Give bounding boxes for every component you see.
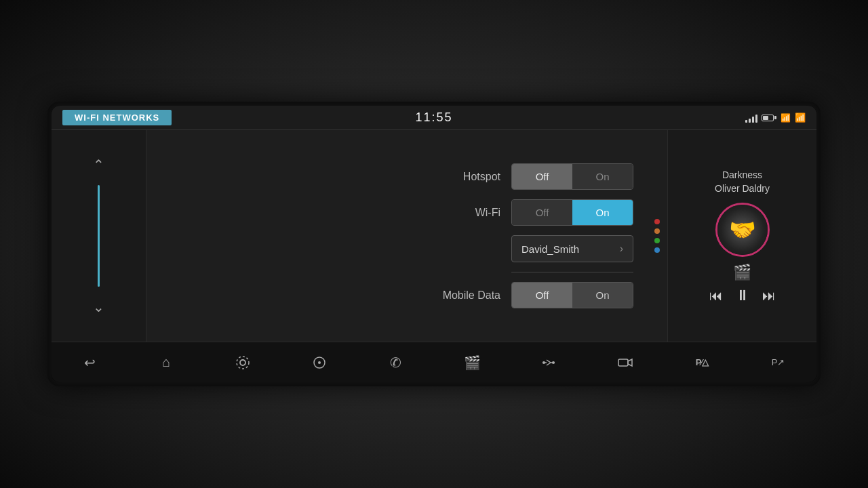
svg-point-0 (240, 360, 245, 365)
mobile-data-on-button[interactable]: On (572, 283, 633, 308)
mobile-data-row: Mobile Data Off On (146, 282, 633, 308)
mobile-data-toggle[interactable]: Off On (511, 282, 633, 308)
connect-button[interactable] (528, 349, 569, 376)
svg-point-3 (318, 361, 321, 364)
dot-indicators (647, 130, 667, 342)
volume-slider-track[interactable] (98, 185, 100, 287)
dot-2 (654, 228, 660, 234)
wifi-on-button[interactable]: On (572, 200, 633, 225)
dot-4 (654, 247, 660, 253)
pause-button[interactable]: ⏸ (735, 288, 750, 303)
dot-3 (654, 238, 660, 243)
film-clapper-icon: 🎬 (733, 264, 751, 281)
nav-button[interactable] (299, 349, 340, 376)
network-name: David_Smith (521, 243, 579, 255)
top-bar: WI-FI NETWORKS 11:55 📶 (52, 106, 816, 130)
hotspot-off-button[interactable]: Off (512, 164, 572, 189)
wifi-status-icon: 📶 (795, 113, 806, 123)
main-content: ⌃ ⌄ Hotspot Off On (52, 130, 816, 342)
hotspot-toggle[interactable]: Off On (511, 163, 633, 190)
left-panel: ⌃ ⌄ (52, 130, 146, 342)
media-controls: ⏮ ⏸ ⏭ (709, 288, 776, 303)
phone-button[interactable]: ✆ (376, 349, 416, 376)
album-art: 🤝 (715, 203, 770, 257)
signal-icon: 📶 (781, 113, 791, 123)
exit-button[interactable]: P↗ (758, 349, 799, 376)
dot-1 (654, 219, 660, 224)
parking-button[interactable]: P⁄△ (682, 349, 722, 376)
battery-icon (762, 115, 776, 121)
wifi-toggle[interactable]: Off On (511, 199, 633, 226)
divider (511, 272, 633, 272)
svg-rect-6 (618, 359, 628, 366)
wifi-row: Wi-Fi Off On (146, 199, 633, 226)
status-icons: 📶 📶 (745, 113, 806, 123)
album-art-image: 🤝 (717, 205, 768, 255)
bottom-nav-bar: ↩ ⌂ ✆ 🎬 (52, 342, 816, 382)
network-select-button[interactable]: David_Smith › (511, 235, 633, 262)
volume-slider-fill (98, 185, 100, 287)
back-button[interactable]: ↩ (69, 349, 110, 376)
now-playing: Darkness Oliver Daldry (715, 169, 770, 195)
signal-bars-icon (745, 113, 757, 123)
network-row: David_Smith › (146, 235, 633, 262)
camera-button[interactable] (605, 349, 646, 376)
clock: 11:55 (415, 110, 452, 125)
mobile-data-off-button[interactable]: Off (512, 283, 572, 308)
center-panel: Hotspot Off On Wi-Fi Off On (146, 130, 647, 342)
song-name: Darkness (715, 169, 770, 182)
media-nav-button[interactable]: 🎬 (452, 349, 492, 376)
right-panel: Darkness Oliver Daldry 🤝 🎬 ⏮ ⏸ ⏭ (667, 130, 816, 342)
svg-point-4 (542, 361, 545, 364)
wifi-off-button[interactable]: Off (512, 200, 572, 225)
rewind-button[interactable]: ⏮ (709, 289, 723, 302)
screen-bezel: WI-FI NETWORKS 11:55 📶 (47, 102, 821, 386)
hotspot-on-button[interactable]: On (572, 164, 633, 189)
scroll-down-button[interactable]: ⌄ (93, 300, 104, 314)
svg-point-5 (552, 361, 555, 364)
car-surround: WI-FI NETWORKS 11:55 📶 (0, 0, 868, 488)
scroll-up-button[interactable]: ⌃ (93, 158, 104, 171)
hotspot-label: Hotspot (433, 171, 500, 183)
svg-point-1 (237, 357, 249, 369)
screen: WI-FI NETWORKS 11:55 📶 (52, 106, 816, 382)
mobile-data-label: Mobile Data (433, 289, 500, 302)
settings-button[interactable] (222, 349, 263, 376)
fast-forward-button[interactable]: ⏭ (762, 289, 776, 302)
wifi-label: Wi-Fi (433, 207, 500, 219)
wifi-networks-tab[interactable]: WI-FI NETWORKS (62, 110, 172, 125)
chevron-right-icon: › (620, 243, 623, 255)
hotspot-row: Hotspot Off On (146, 163, 633, 190)
home-button[interactable]: ⌂ (146, 349, 186, 376)
artist-name: Oliver Daldry (715, 182, 770, 196)
